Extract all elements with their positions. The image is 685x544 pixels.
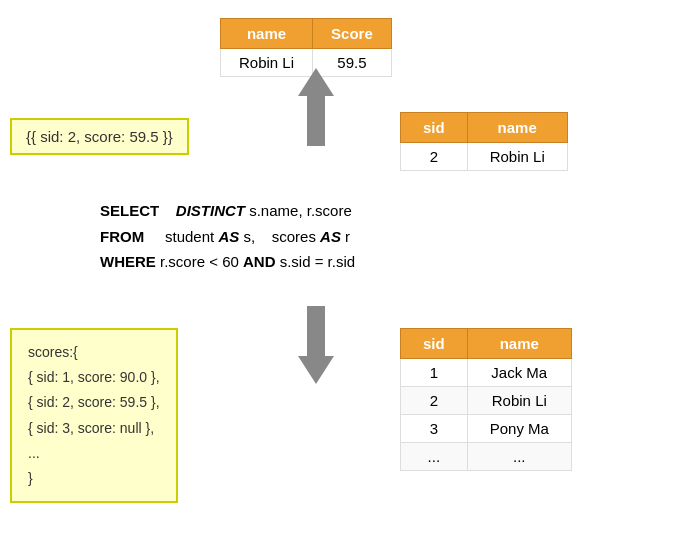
top-name-header: name: [467, 113, 567, 143]
scores-line-5: }: [28, 466, 160, 491]
sql-distinct: DISTINCT: [176, 202, 245, 219]
arrow-head-up: [298, 68, 334, 96]
student-name-1: Jack Ma: [467, 359, 571, 387]
student-sid-dots: ...: [401, 443, 468, 471]
arrow-shaft-up: [307, 96, 325, 146]
student-sid-header: sid: [401, 329, 468, 359]
sql-where: WHERE: [100, 253, 156, 270]
current-tuple-box: {{ sid: 2, score: 59.5 }}: [10, 118, 189, 155]
sql-select-cols: s.name, r.score: [249, 202, 352, 219]
sql-select: SELECT: [100, 202, 159, 219]
arrow-shaft-down: [307, 306, 325, 356]
sql-where-cond1: r.score < 60: [160, 253, 243, 270]
scores-line-4: ...: [28, 441, 160, 466]
top-sid-header: sid: [401, 113, 468, 143]
student-name-3: Pony Ma: [467, 415, 571, 443]
sql-as-s: AS: [218, 228, 239, 245]
sql-from-rest3: r: [345, 228, 350, 245]
sql-where-cond2: s.sid = r.sid: [280, 253, 355, 270]
sql-from: FROM: [100, 228, 144, 245]
table-row: 3 Pony Ma: [401, 415, 572, 443]
student-sid-1: 1: [401, 359, 468, 387]
top-sid-cell: 2: [401, 143, 468, 171]
table-row: 1 Jack Ma: [401, 359, 572, 387]
scores-box: scores:{ { sid: 1, score: 90.0 }, { sid:…: [10, 328, 178, 503]
student-sid-2: 2: [401, 387, 468, 415]
student-name-header: name: [467, 329, 571, 359]
table-row: 2 Robin Li: [401, 387, 572, 415]
sql-and: AND: [243, 253, 276, 270]
table-row: 2 Robin Li: [401, 143, 568, 171]
student-name-2: Robin Li: [467, 387, 571, 415]
sql-query: SELECT DISTINCT s.name, r.score FROM stu…: [100, 198, 355, 275]
sql-as-r: AS: [320, 228, 341, 245]
sql-from-rest: student: [148, 228, 218, 245]
top-student-table: sid name 2 Robin Li: [400, 112, 568, 171]
arrow-head-down: [298, 356, 334, 384]
result-col-score: Score: [313, 19, 392, 49]
scores-line-0: scores:{: [28, 340, 160, 365]
student-sid-3: 3: [401, 415, 468, 443]
table-row: ... ...: [401, 443, 572, 471]
sql-line-2: FROM student AS s, scores AS r: [100, 224, 355, 250]
current-tuple-text: {{ sid: 2, score: 59.5 }}: [26, 128, 173, 145]
result-col-name: name: [221, 19, 313, 49]
sql-line-3: WHERE r.score < 60 AND s.sid = r.sid: [100, 249, 355, 275]
top-name-cell: Robin Li: [467, 143, 567, 171]
arrow-up: [298, 68, 334, 146]
scores-line-1: { sid: 1, score: 90.0 },: [28, 365, 160, 390]
student-table: sid name 1 Jack Ma 2 Robin Li 3 Pony Ma …: [400, 328, 572, 471]
sql-line-1: SELECT DISTINCT s.name, r.score: [100, 198, 355, 224]
scores-line-2: { sid: 2, score: 59.5 },: [28, 390, 160, 415]
student-name-dots: ...: [467, 443, 571, 471]
arrow-down: [298, 306, 334, 384]
sql-from-rest2: s, scores: [243, 228, 320, 245]
scores-line-3: { sid: 3, score: null },: [28, 416, 160, 441]
